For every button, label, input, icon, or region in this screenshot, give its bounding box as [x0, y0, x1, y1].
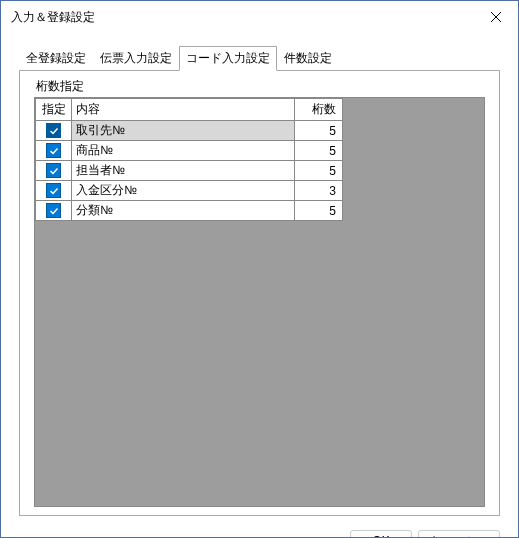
cell-check[interactable]: [36, 161, 72, 181]
table-header-row: 指定 内容 桁数: [36, 99, 343, 121]
header-check[interactable]: 指定: [36, 99, 72, 121]
cell-digits[interactable]: 5: [294, 141, 343, 161]
tab-count[interactable]: 件数設定: [277, 46, 339, 70]
cell-digits[interactable]: 5: [294, 161, 343, 181]
checkbox[interactable]: [46, 163, 61, 178]
table-row[interactable]: 分類№5: [36, 201, 343, 221]
cell-check[interactable]: [36, 121, 72, 141]
tab-panel: 桁数指定 指定 内容 桁数 取引先№5商品№5担当者№5入金区分№3分類№5: [19, 70, 500, 516]
cell-check[interactable]: [36, 141, 72, 161]
checkbox[interactable]: [46, 143, 61, 158]
cell-content[interactable]: 取引先№: [72, 121, 294, 141]
fieldset-label: 桁数指定: [34, 78, 485, 95]
header-content[interactable]: 内容: [72, 99, 294, 121]
tab-code-input[interactable]: コード入力設定: [179, 46, 277, 71]
digits-table: 指定 内容 桁数 取引先№5商品№5担当者№5入金区分№3分類№5: [35, 98, 343, 221]
grid-frame: 指定 内容 桁数 取引先№5商品№5担当者№5入金区分№3分類№5: [34, 97, 485, 507]
table-row[interactable]: 入金区分№3: [36, 181, 343, 201]
checkbox[interactable]: [46, 123, 61, 138]
cell-digits[interactable]: 5: [294, 201, 343, 221]
ok-button[interactable]: OK: [350, 530, 412, 538]
dialog-footer: OK キャンセル: [1, 528, 518, 538]
check-icon: [49, 126, 59, 136]
cell-digits[interactable]: 5: [294, 121, 343, 141]
table-row[interactable]: 担当者№5: [36, 161, 343, 181]
cell-content[interactable]: 商品№: [72, 141, 294, 161]
cell-check[interactable]: [36, 181, 72, 201]
check-icon: [49, 146, 59, 156]
checkbox[interactable]: [46, 203, 61, 218]
check-icon: [49, 166, 59, 176]
check-icon: [49, 206, 59, 216]
titlebar: 入力＆登録設定: [1, 1, 518, 33]
header-digits[interactable]: 桁数: [294, 99, 343, 121]
table-row[interactable]: 商品№5: [36, 141, 343, 161]
cell-check[interactable]: [36, 201, 72, 221]
close-button[interactable]: [474, 1, 518, 33]
cell-content[interactable]: 入金区分№: [72, 181, 294, 201]
cell-content[interactable]: 分類№: [72, 201, 294, 221]
tab-all-register[interactable]: 全登録設定: [19, 46, 93, 70]
table-row[interactable]: 取引先№5: [36, 121, 343, 141]
check-icon: [49, 186, 59, 196]
tab-bar: 全登録設定 伝票入力設定 コード入力設定 件数設定: [19, 46, 500, 71]
dialog-content: 全登録設定 伝票入力設定 コード入力設定 件数設定 桁数指定 指定 内容 桁数 …: [1, 33, 518, 528]
cancel-button[interactable]: キャンセル: [418, 530, 500, 538]
tab-slip-input[interactable]: 伝票入力設定: [93, 46, 179, 70]
checkbox[interactable]: [46, 183, 61, 198]
window-title: 入力＆登録設定: [11, 9, 95, 26]
cell-content[interactable]: 担当者№: [72, 161, 294, 181]
cell-digits[interactable]: 3: [294, 181, 343, 201]
close-icon: [491, 12, 501, 22]
